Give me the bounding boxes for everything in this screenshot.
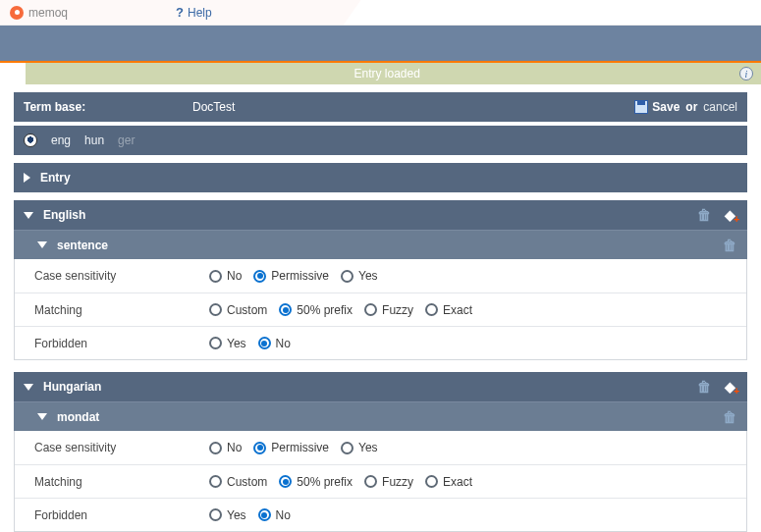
header-bar: Term base: DocTest Save or cancel — [14, 92, 747, 122]
termbase-value: DocTest — [192, 100, 235, 114]
language-bar: eng hun ger — [14, 126, 747, 155]
chevron-down-icon — [37, 241, 47, 248]
radio-option[interactable]: Yes — [209, 508, 246, 522]
top-bar: memoq ? Help — [0, 0, 761, 26]
brand-name: memoq — [28, 6, 68, 20]
radio-option[interactable]: Custom — [209, 475, 267, 489]
radio-icon — [209, 270, 222, 283]
lang-hun[interactable]: hun — [84, 133, 104, 147]
radio-icon — [279, 303, 292, 316]
radio-label: Fuzzy — [382, 303, 413, 317]
radio-icon — [341, 270, 353, 283]
lang-eng[interactable]: eng — [51, 133, 71, 147]
radio-label: 50% prefix — [297, 475, 353, 489]
radio-icon — [209, 303, 222, 316]
section-english[interactable]: English 🗑 ◆+ — [14, 200, 747, 230]
help-icon: ? — [176, 5, 184, 20]
radio-option[interactable]: Fuzzy — [364, 475, 413, 489]
row-case-sensitivity: Case sensitivity NoPermissiveYes — [15, 259, 746, 293]
lang-ger[interactable]: ger — [118, 133, 135, 147]
section-hungarian-title: Hungarian — [43, 380, 686, 394]
help-link[interactable]: ? Help — [176, 5, 212, 20]
radio-icon — [258, 337, 271, 349]
radio-icon — [425, 475, 438, 488]
radio-option[interactable]: No — [258, 508, 291, 522]
prop-label: Forbidden — [15, 337, 209, 350]
section-hungarian[interactable]: Hungarian 🗑 ◆+ — [14, 372, 747, 401]
radio-group-matching: Custom50% prefixFuzzyExact — [209, 475, 746, 489]
row-matching: Matching Custom50% prefixFuzzyExact — [15, 464, 746, 498]
radio-option[interactable]: No — [209, 269, 242, 283]
save-label: Save — [652, 100, 679, 114]
help-label: Help — [188, 6, 212, 20]
radio-option[interactable]: 50% prefix — [279, 303, 353, 317]
chevron-down-icon — [24, 212, 33, 219]
radio-icon — [364, 475, 377, 488]
radio-option[interactable]: Yes — [341, 441, 378, 454]
radio-icon — [258, 508, 271, 521]
status-text: Entry loaded — [354, 67, 420, 80]
radio-option[interactable]: Yes — [209, 337, 246, 350]
radio-label: Yes — [358, 441, 378, 454]
term-english-label: sentence — [57, 239, 712, 252]
prop-label: Case sensitivity — [15, 441, 209, 454]
radio-group-forbidden: YesNo — [209, 508, 746, 522]
radio-option[interactable]: No — [258, 337, 291, 350]
add-icon[interactable]: ◆+ — [722, 379, 737, 395]
radio-label: No — [276, 508, 291, 522]
radio-group-forbidden: YesNo — [209, 337, 746, 350]
termbase-label: Term base: — [24, 100, 192, 114]
radio-option[interactable]: 50% prefix — [279, 475, 353, 489]
radio-icon — [209, 475, 222, 488]
radio-option[interactable]: No — [209, 441, 242, 454]
brand-logo: memoq — [0, 6, 68, 20]
section-entry[interactable]: Entry — [14, 163, 747, 192]
term-hungarian[interactable]: mondat 🗑 — [14, 401, 747, 431]
radio-option[interactable]: Custom — [209, 303, 267, 317]
save-icon — [634, 100, 648, 114]
chevron-down-icon — [24, 384, 33, 391]
cancel-link[interactable]: cancel — [703, 100, 737, 114]
prop-label: Matching — [15, 475, 209, 489]
trash-icon[interactable]: 🗑 — [696, 207, 712, 223]
trash-icon[interactable]: 🗑 — [722, 238, 737, 253]
radio-icon — [253, 270, 266, 283]
radio-option[interactable]: Exact — [425, 303, 472, 317]
info-icon[interactable]: i — [739, 67, 753, 80]
radio-option[interactable]: Exact — [425, 475, 472, 489]
radio-label: No — [276, 337, 291, 350]
radio-icon — [341, 442, 353, 454]
blue-band — [0, 26, 761, 61]
radio-icon — [209, 508, 222, 521]
radio-group-matching: Custom50% prefixFuzzyExact — [209, 303, 746, 317]
save-button[interactable]: Save — [634, 100, 679, 114]
radio-label: Permissive — [271, 269, 329, 283]
radio-icon — [253, 442, 266, 454]
radio-option[interactable]: Permissive — [253, 441, 329, 454]
radio-icon — [209, 442, 222, 454]
row-matching: Matching Custom50% prefixFuzzyExact — [15, 293, 746, 326]
radio-option[interactable]: Fuzzy — [364, 303, 413, 317]
radio-icon — [364, 303, 377, 316]
radio-label: No — [227, 269, 242, 283]
radio-option[interactable]: Yes — [341, 269, 378, 283]
radio-label: Yes — [227, 337, 246, 350]
eye-icon — [24, 133, 37, 147]
chevron-down-icon — [37, 413, 47, 420]
radio-option[interactable]: Permissive — [253, 269, 329, 283]
status-row: Entry loaded i — [0, 61, 761, 84]
prop-label: Case sensitivity — [15, 269, 209, 283]
radio-label: 50% prefix — [297, 303, 353, 317]
trash-icon[interactable]: 🗑 — [722, 409, 737, 425]
hungarian-props: Case sensitivity NoPermissiveYes Matchin… — [14, 431, 747, 532]
radio-label: Yes — [358, 269, 378, 283]
add-icon[interactable]: ◆+ — [722, 207, 737, 223]
radio-group-case: NoPermissiveYes — [209, 441, 746, 454]
term-english[interactable]: sentence 🗑 — [14, 230, 747, 259]
prop-label: Matching — [15, 303, 209, 317]
prop-label: Forbidden — [15, 508, 209, 522]
row-case-sensitivity: Case sensitivity NoPermissiveYes — [15, 431, 746, 464]
or-label: or — [685, 100, 697, 114]
trash-icon[interactable]: 🗑 — [696, 379, 712, 395]
section-entry-title: Entry — [40, 171, 737, 185]
